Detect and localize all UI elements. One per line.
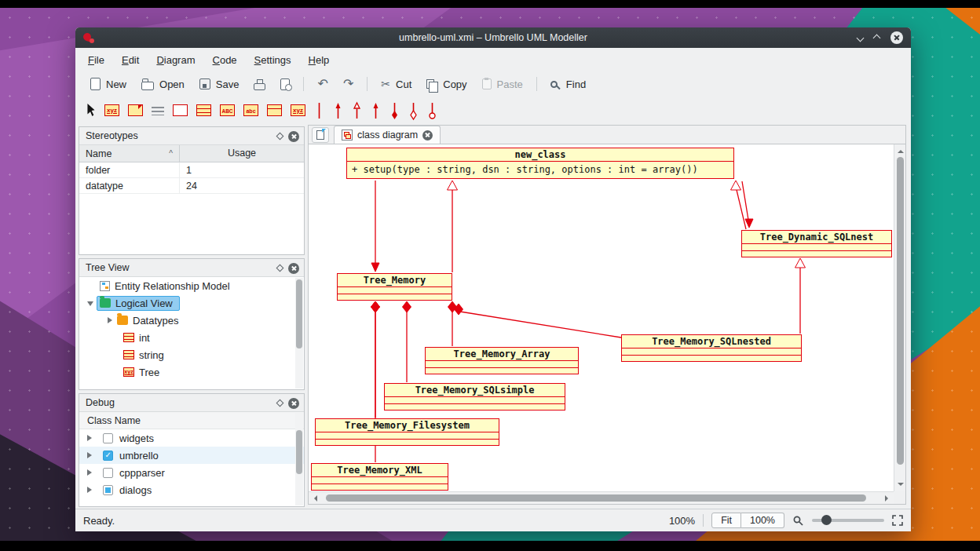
zoom-slider[interactable]: [812, 519, 884, 522]
maximize-button[interactable]: [874, 35, 880, 41]
zoom-icon[interactable]: [792, 515, 804, 527]
dependency-tool-button[interactable]: [371, 100, 381, 121]
containment-tool-button[interactable]: [427, 100, 437, 121]
expanded-arrow-icon[interactable]: [87, 301, 93, 309]
generalization-tool-button[interactable]: [352, 100, 362, 121]
close-tab-icon[interactable]: [422, 130, 433, 140]
vertical-scrollbar[interactable]: [894, 144, 905, 491]
stereotypes-dock-header[interactable]: Stereotypes: [79, 127, 304, 145]
undo-button[interactable]: [312, 75, 333, 93]
checkbox[interactable]: [103, 451, 113, 461]
collapsed-arrow-icon[interactable]: [87, 469, 95, 476]
menu-settings[interactable]: Settings: [247, 51, 299, 69]
float-dock-icon[interactable]: [276, 133, 284, 140]
close-button[interactable]: [890, 31, 903, 44]
scrollbar-thumb[interactable]: [326, 494, 866, 502]
checkbox[interactable]: [103, 433, 113, 443]
tree-view-scrollbar[interactable]: [295, 278, 303, 389]
titlebar[interactable]: umbrello-uml.xmi – Umbrello UML Modeller: [75, 27, 911, 48]
horizontal-scrollbar[interactable]: [309, 491, 894, 504]
collapsed-arrow-icon[interactable]: [87, 452, 95, 458]
menu-edit[interactable]: Edit: [114, 51, 147, 69]
column-header-name[interactable]: Name ^: [79, 145, 180, 162]
column-header-usage[interactable]: Usage: [180, 145, 304, 162]
zoom-100-button[interactable]: 100%: [741, 513, 784, 528]
interface-tool-button[interactable]: [196, 104, 211, 116]
tab-class-diagram[interactable]: class diagram: [334, 126, 441, 144]
save-button[interactable]: Save: [194, 75, 245, 93]
table-row[interactable]: datatype 24: [79, 178, 304, 194]
fullscreen-icon[interactable]: [892, 515, 903, 526]
tree-item-tree[interactable]: Tree: [79, 363, 304, 381]
uml-class-Tree_Memory_Array[interactable]: Tree_Memory_Array: [425, 347, 579, 374]
open-button[interactable]: Open: [136, 75, 190, 93]
tree-item-logical-view[interactable]: Logical View: [79, 294, 304, 312]
close-dock-icon[interactable]: [288, 263, 299, 274]
copy-button[interactable]: Copy: [421, 75, 472, 93]
menu-help[interactable]: Help: [301, 51, 338, 69]
select-tool-button[interactable]: [86, 104, 96, 116]
enum-tool-button[interactable]: [243, 104, 258, 116]
uml-class-Tree_Memory_SQLsimple[interactable]: Tree_Memory_SQLsimple: [384, 383, 565, 411]
uml-class-Tree_Dynamic_SQLnest[interactable]: Tree_Dynamic_SQLnest: [741, 230, 892, 257]
tree-item-datatypes[interactable]: Datatypes: [79, 312, 304, 329]
print-preview-button[interactable]: [275, 75, 295, 93]
template-tool-button[interactable]: [291, 104, 305, 116]
debug-dock-header[interactable]: Debug: [79, 394, 304, 412]
checkbox[interactable]: [103, 485, 113, 495]
close-dock-icon[interactable]: [288, 131, 299, 142]
tree-item-int[interactable]: int: [79, 329, 304, 346]
box-tool-button[interactable]: [173, 104, 188, 116]
uml-class-Tree_Memory[interactable]: Tree_Memory: [337, 273, 452, 301]
aggregation-tool-button[interactable]: [408, 100, 419, 121]
debug-item-dialogs[interactable]: dialogs: [79, 481, 304, 498]
uml-class-Tree_Memory_SQLnested[interactable]: Tree_Memory_SQLnested: [621, 334, 802, 362]
find-button[interactable]: Find: [545, 75, 591, 93]
menu-file[interactable]: File: [80, 51, 112, 69]
close-dock-icon[interactable]: [288, 398, 299, 409]
uml-class-Tree_Memory_XML[interactable]: Tree_Memory_XML: [311, 463, 448, 491]
uml-connector-composition[interactable]: [460, 312, 621, 338]
entity-tool-button[interactable]: [267, 104, 282, 116]
collapsed-arrow-icon[interactable]: [87, 435, 95, 441]
new-tab-button[interactable]: [312, 127, 329, 143]
datatype-tool-button[interactable]: [220, 104, 235, 116]
debug-item-cppparser[interactable]: cppparser: [79, 464, 304, 481]
composition-tool-button[interactable]: [389, 100, 400, 121]
uml-class-new_class[interactable]: new_class+ setup(type : string, dsn : st…: [346, 148, 734, 179]
collapsed-arrow-icon[interactable]: [108, 317, 115, 323]
uni-association-tool-button[interactable]: [333, 100, 343, 121]
scroll-left-arrow-icon[interactable]: [311, 495, 317, 502]
tree-item-er-model[interactable]: Entity Relationship Model: [79, 277, 304, 294]
scroll-down-arrow-icon[interactable]: [898, 483, 904, 489]
checkbox[interactable]: [103, 468, 113, 478]
cut-button[interactable]: Cut: [375, 75, 417, 93]
diagram-canvas[interactable]: new_class+ setup(type : string, dsn : st…: [309, 144, 894, 491]
scroll-right-arrow-icon[interactable]: [885, 495, 891, 502]
menu-code[interactable]: Code: [205, 51, 245, 69]
redo-button[interactable]: [338, 75, 359, 93]
scrollbar-thumb[interactable]: [296, 430, 302, 474]
association-tool-button[interactable]: [314, 100, 324, 121]
minimize-button[interactable]: [858, 35, 864, 41]
table-row[interactable]: folder 1: [79, 162, 304, 178]
uml-class-Tree_Memory_Filesystem[interactable]: Tree_Memory_Filesystem: [315, 418, 499, 446]
print-button[interactable]: [248, 75, 271, 93]
debug-scrollbar[interactable]: [295, 413, 303, 505]
text-tool-button[interactable]: [152, 107, 164, 115]
tree-view-dock-header[interactable]: Tree View: [79, 259, 304, 277]
new-button[interactable]: New: [85, 75, 132, 93]
debug-item-widgets[interactable]: widgets: [79, 429, 304, 447]
class-tool-button[interactable]: [104, 104, 119, 116]
float-dock-icon[interactable]: [276, 265, 284, 272]
float-dock-icon[interactable]: [276, 400, 284, 407]
note-tool-button[interactable]: [128, 104, 143, 116]
zoom-slider-handle[interactable]: [821, 515, 832, 525]
scrollbar-thumb[interactable]: [296, 279, 302, 348]
tree-item-string[interactable]: string: [79, 346, 304, 363]
menu-diagram[interactable]: Diagram: [148, 51, 203, 69]
fit-button[interactable]: Fit: [711, 513, 741, 528]
debug-item-umbrello[interactable]: umbrello: [79, 447, 304, 464]
scroll-up-arrow-icon[interactable]: [898, 147, 904, 153]
scrollbar-thumb[interactable]: [897, 157, 904, 465]
